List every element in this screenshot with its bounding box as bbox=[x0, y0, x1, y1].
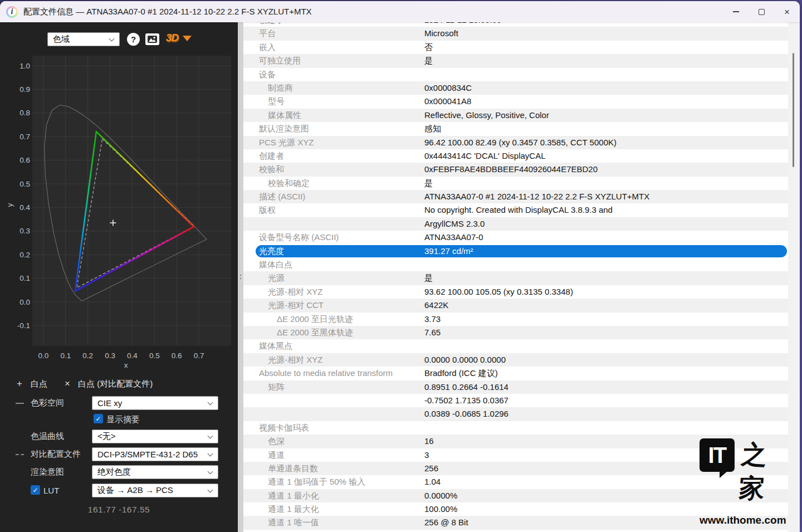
table-row[interactable]: 媒体黑点 bbox=[243, 339, 788, 353]
minimize-icon bbox=[733, 11, 739, 12]
table-row[interactable]: 默认渲染意图感知 bbox=[243, 122, 788, 135]
table-row[interactable]: 媒体白点 bbox=[243, 258, 788, 271]
table-row[interactable]: 创建于2024-11-12 10:55:56 bbox=[243, 22, 788, 27]
titlebar[interactable]: i 配置文件信息 — ATNA33AA07-0 #1 2024-11-12 10… bbox=[0, 1, 800, 22]
whitepoint-marker-icon: + bbox=[17, 378, 22, 389]
info-icon: i bbox=[6, 6, 18, 18]
temp-curve-label: 色温曲线 bbox=[31, 431, 64, 442]
window-title: 配置文件信息 — ATNA33AA07-0 #1 2024-11-12 10-2… bbox=[23, 7, 312, 17]
table-row[interactable]: 光源是 bbox=[243, 271, 788, 285]
svg-text:0.0: 0.0 bbox=[19, 298, 30, 306]
svg-text:0.5: 0.5 bbox=[19, 180, 30, 188]
help-button[interactable]: ? bbox=[127, 33, 140, 46]
minimize-button[interactable] bbox=[723, 1, 749, 22]
lut-label: LUT bbox=[43, 486, 59, 495]
table-row[interactable]: 制造商0x0000834C bbox=[243, 81, 788, 95]
lut-direction-value: 设备 → A2B → PCS bbox=[97, 485, 173, 496]
table-row[interactable]: 校验和确定是 bbox=[243, 177, 788, 190]
table-row[interactable]: ΔE 2000 至日光轨迹3.73 bbox=[243, 313, 788, 326]
ithome-logo-icon: IT bbox=[700, 438, 735, 472]
svg-text:0.6: 0.6 bbox=[172, 352, 182, 360]
compare-whitepoint-marker-icon: × bbox=[65, 378, 70, 389]
question-icon: ? bbox=[131, 35, 136, 44]
table-row[interactable]: 可独立使用是 bbox=[243, 54, 788, 67]
table-row-selected[interactable]: 光亮度391.27 cd/m² bbox=[243, 245, 788, 258]
rendering-intent-dropdown[interactable]: 绝对色度 bbox=[92, 465, 218, 479]
compare-whitepoint-legend-label: 白点 (对比配置文件) bbox=[78, 379, 153, 389]
table-row[interactable]: 光源-相对 XYZ93.62 100.00 105.05 (xy 0.3135 … bbox=[243, 285, 788, 299]
svg-text:0.7: 0.7 bbox=[194, 352, 204, 360]
svg-text:0.4: 0.4 bbox=[19, 203, 30, 212]
chevron-down-icon bbox=[208, 469, 213, 475]
table-row[interactable]: 0.0389 -0.0685 1.0296 bbox=[243, 407, 788, 421]
table-row[interactable]: 描述 (ASCII)ATNA33AA07-0 #1 2024-11-12 10-… bbox=[243, 190, 788, 203]
3d-view-button[interactable]: 3D bbox=[166, 32, 192, 44]
temp-curve-dropdown[interactable]: <无> bbox=[92, 429, 218, 443]
chevron-down-icon bbox=[208, 400, 213, 406]
chevron-down-icon bbox=[208, 433, 213, 439]
solid-line-key-icon bbox=[16, 403, 24, 404]
compare-profile-dropdown[interactable]: DCI-P3/SMPTE-431-2 D65 bbox=[92, 447, 218, 461]
table-row[interactable]: Absolute to media relative transformBrad… bbox=[243, 367, 788, 380]
table-row[interactable]: 嵌入否 bbox=[243, 41, 788, 54]
ithome-url: www.ithome.com bbox=[700, 514, 789, 526]
table-row[interactable]: 创建者0x4443414C 'DCAL' DisplayCAL bbox=[243, 149, 788, 163]
table-row[interactable]: 型号0x000041A8 bbox=[243, 95, 788, 108]
svg-text:0.5: 0.5 bbox=[149, 352, 160, 360]
svg-text:0.9: 0.9 bbox=[19, 85, 30, 94]
svg-text:0.2: 0.2 bbox=[19, 251, 30, 259]
scrollbar-thumb[interactable] bbox=[793, 53, 794, 167]
table-row[interactable]: ΔE 2000 至黑体轨迹7.65 bbox=[243, 326, 788, 339]
profile-info-window: i 配置文件信息 — ATNA33AA07-0 #1 2024-11-12 10… bbox=[0, 1, 800, 532]
table-row[interactable]: 设备型号名称 (ASCII)ATNA33AA07-0 bbox=[243, 231, 788, 244]
colorspace-value: CIE xy bbox=[97, 398, 122, 408]
table-row[interactable]: 设备 bbox=[243, 68, 788, 81]
whitepoint-legend-label: 白点 bbox=[31, 379, 47, 389]
compare-profile-value: DCI-P3/SMPTE-431-2 D65 bbox=[97, 450, 198, 459]
table-row[interactable]: 通道 1 为线性否 bbox=[243, 530, 788, 532]
gamut-view-dropdown[interactable]: 色域 bbox=[47, 32, 120, 46]
check-icon: ✓ bbox=[32, 487, 38, 494]
table-row[interactable]: 平台Microsoft bbox=[243, 27, 788, 40]
show-summary-checkbox[interactable]: ✓ bbox=[94, 414, 103, 423]
svg-text:0.1: 0.1 bbox=[60, 352, 71, 360]
maximize-icon bbox=[759, 9, 765, 15]
gamut-view-value: 色域 bbox=[53, 34, 70, 45]
image-icon bbox=[148, 36, 157, 43]
gamut-panel: 色域 ? 3D 0.00.10.20.30.40.50.60.7-0.10.00… bbox=[0, 22, 238, 532]
show-summary-label: 显示摘要 bbox=[106, 414, 140, 425]
splitter-grip-icon bbox=[239, 274, 242, 280]
colorspace-dropdown[interactable]: CIE xy bbox=[92, 396, 218, 410]
lut-checkbox[interactable]: ✓ bbox=[31, 485, 40, 495]
svg-text:0.8: 0.8 bbox=[19, 109, 30, 117]
ithome-watermark: IT 之家 www.ithome.com bbox=[700, 438, 789, 526]
table-row[interactable]: 版权No copyright. Created with DisplayCAL … bbox=[243, 203, 788, 217]
check-icon: ✓ bbox=[95, 416, 101, 422]
table-row[interactable]: 光源-相对 XYZ0.0000 0.0000 0.0000 bbox=[243, 353, 788, 367]
svg-text:0.1: 0.1 bbox=[19, 274, 30, 282]
svg-text:0.2: 0.2 bbox=[82, 352, 93, 360]
table-row[interactable]: ArgyllCMS 2.3.0 bbox=[243, 217, 788, 231]
cursor-coordinates: 161.77 -167.55 bbox=[0, 505, 238, 515]
table-row[interactable]: 视频卡伽玛表 bbox=[243, 421, 788, 435]
panel-splitter[interactable] bbox=[238, 22, 243, 532]
colorspace-label: 色彩空间 bbox=[31, 398, 64, 408]
svg-text:x: x bbox=[124, 361, 128, 369]
table-row[interactable]: -0.7502 1.7135 0.0367 bbox=[243, 394, 788, 407]
rendering-intent-value: 绝对色度 bbox=[97, 467, 131, 477]
save-image-button[interactable] bbox=[145, 33, 159, 45]
dropdown-arrow-icon bbox=[183, 36, 192, 41]
rendering-intent-label: 渲染意图 bbox=[31, 467, 64, 477]
table-row[interactable]: 校验和0xFEBFF8AE4BDBBEEF440926044E7EBD20 bbox=[243, 163, 788, 176]
table-row[interactable]: 光源-相对 CCT6422K bbox=[243, 299, 788, 312]
close-button[interactable]: × bbox=[774, 1, 800, 22]
table-row[interactable]: 矩阵0.8951 0.2664 -0.1614 bbox=[243, 380, 788, 394]
table-row[interactable]: PCS 光源 XYZ96.42 100.00 82.49 (xy 0.3457 … bbox=[243, 136, 788, 149]
speech-bubble-tail-icon bbox=[720, 471, 727, 478]
compare-profile-label: 对比配置文件 bbox=[31, 449, 81, 460]
maximize-button[interactable] bbox=[749, 1, 774, 22]
lut-direction-dropdown[interactable]: 设备 → A2B → PCS bbox=[92, 484, 218, 497]
svg-text:y: y bbox=[6, 203, 14, 207]
chromaticity-chart[interactable]: 0.00.10.20.30.40.50.60.7-0.10.00.10.20.3… bbox=[0, 53, 238, 373]
table-row[interactable]: 媒体属性Reflective, Glossy, Positive, Color bbox=[243, 109, 788, 122]
